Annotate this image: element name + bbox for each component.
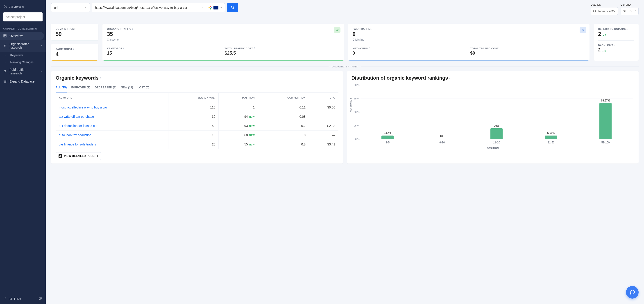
th-search-vol[interactable]: SEARCH VOL. [168,93,219,103]
tab-lost[interactable]: LOST (0) [138,86,149,92]
bar-value-label: 20% [494,124,499,127]
currency-picker[interactable]: $ USD [620,7,638,15]
info-icon[interactable]: i [450,76,450,80]
info-icon[interactable]: i [368,47,370,50]
nav-paid-traffic-research[interactable]: Paid traffic research [0,66,46,77]
keyword-link[interactable]: car finance for sole traders [59,142,96,146]
currency-block: Currency: $ USD [620,3,638,15]
flag-au-icon [214,6,218,10]
chevron-down-icon [84,6,87,10]
svg-rect-3 [5,36,6,37]
domain-trust-label: DOMAIN TRUST [56,28,76,30]
x-tick-label: 21-50 [548,141,554,144]
organic-keywords-title: Organic keywords [56,75,99,81]
nav-sub-ranking-changes[interactable]: Ranking Changes [0,59,46,66]
th-cpc[interactable]: CPC [309,93,338,103]
cell-cpc: $0.66 [309,103,338,112]
bar-column: 6.67% 1-5 [360,131,415,139]
help-icon[interactable] [38,296,42,301]
badge-new: NEW [249,116,255,118]
ref-domains-delta: 1 [602,34,606,37]
ot-keywords-value: 15 [107,51,222,56]
cell-competition: 0 [258,130,309,140]
nav-sub-ranking-label: Ranking Changes [10,60,34,64]
organic-traffic-label: ORGANIC TRAFFIC [107,28,131,30]
svg-rect-2 [4,36,5,37]
info-icon[interactable]: i [372,27,372,31]
topbar: url × Data for: January 2022 [51,3,638,19]
x-tick-label: 51-100 [601,141,610,144]
keyword-link[interactable]: tax deduction for leased car [59,124,98,128]
table-row: tax write off car purchase 30 94NEW 0.08… [56,112,338,121]
dollar-icon: $ [580,27,586,33]
info-icon[interactable]: i [73,48,74,51]
info-icon[interactable]: i [132,27,133,31]
th-position[interactable]: POSITION [219,93,258,103]
info-icon[interactable]: i [500,47,500,50]
keyword-tabs: ALL (15) IMPROVED (2) DECREASED (1) NEW … [56,86,338,93]
keyword-table: KEYWORD SEARCH VOL. POSITION COMPETITION… [56,93,338,149]
card-referring-domains: REFERRING DOMAINSi 2 1 BACKLINKSi 2 1 [594,24,638,61]
svg-rect-0 [4,35,5,36]
minimize-button[interactable]: Minimize [4,296,21,301]
th-competition[interactable]: COMPETITION [258,93,309,103]
info-icon[interactable]: i [100,76,101,80]
nav-expand-label: Expand Database [10,80,34,83]
th-keyword[interactable]: KEYWORD [56,93,168,103]
keyword-link[interactable]: auto loan tax deduction [59,133,92,137]
bar [545,135,557,139]
nav-expand-database[interactable]: Expand Database [0,77,46,85]
chevron-up-icon [40,44,42,48]
arrow-left-icon [4,296,7,301]
y-tick-label: 75 % [352,97,360,100]
date-picker[interactable]: January 2022 [591,7,618,15]
info-icon[interactable]: i [76,27,78,31]
backlinks-label: BACKLINKS [598,44,614,47]
cell-search-vol: 110 [168,103,219,112]
nav-paid-label: Paid traffic research [10,68,37,75]
data-for-label: Data for: [591,3,618,6]
tab-new[interactable]: NEW (11) [121,86,133,92]
chevron-down-icon [220,6,222,10]
nav-organic-traffic-research[interactable]: Organic traffic research [0,40,46,52]
keyword-link[interactable]: most tax effective way to buy a car [59,105,107,109]
svg-point-4 [4,80,6,81]
tab-all[interactable]: ALL (15) [56,86,67,92]
scope-selector[interactable]: url [51,3,90,12]
info-icon[interactable]: i [614,44,615,47]
tab-improved[interactable]: IMPROVED (2) [71,86,90,92]
cell-search-vol: 50 [168,121,219,130]
svg-rect-1 [5,35,6,36]
engine-selector[interactable] [206,4,225,12]
bar-column: 66.67% 51-100 [578,99,633,139]
bar-value-label: 66.67% [601,99,610,102]
info-icon[interactable]: i [254,47,255,50]
keyword-link[interactable]: tax write off car purchase [59,115,94,118]
nav-sub-keywords[interactable]: Keywords [0,52,46,59]
ot-keywords-label: KEYWORDS [107,47,122,50]
chart-xlabel: POSITION [352,147,634,149]
leaf-icon [3,44,7,48]
url-input[interactable] [92,4,198,12]
view-detailed-report-button[interactable]: VIEW DETAILED REPORT [56,152,101,160]
info-icon[interactable]: i [628,27,628,31]
chevron-down-icon [37,15,40,19]
scope-value: url [54,6,58,10]
chat-icon [629,289,635,296]
project-select[interactable]: Select project [3,13,42,22]
info-icon[interactable]: i [123,47,124,50]
cell-search-vol: 10 [168,130,219,140]
cell-competition: 0.8 [258,140,309,149]
tab-decreased[interactable]: DECREASED (1) [95,86,116,92]
chat-button[interactable] [626,286,638,298]
clear-icon[interactable]: × [198,6,206,10]
bar-value-label: 0% [440,135,444,138]
currency-value: $ USD [623,10,632,13]
x-tick-label: 6-10 [439,141,445,144]
svg-point-6 [231,6,234,8]
nav-overview[interactable]: Overview [0,32,44,40]
all-projects-link[interactable]: All projects [3,3,42,13]
search-button[interactable] [227,3,238,12]
cell-cpc: — [309,112,338,121]
cell-cpc: $2.38 [309,121,338,130]
